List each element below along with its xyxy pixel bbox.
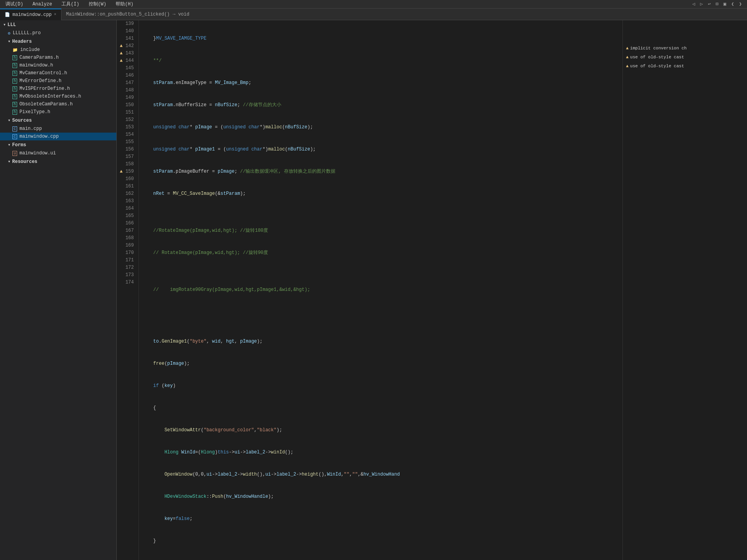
code-content[interactable]: }MV_SAVE_IAMGE_TYPE **/ stParam.enImageT… (139, 20, 622, 560)
source-mainwindow[interactable]: c mainwindow.cpp (0, 133, 116, 140)
editor-split: ▾LLL ⚙LLLLLL.pro ▾Headers 📁include h Cam… (0, 20, 747, 560)
nav-btn-window[interactable]: ▣ (721, 1, 728, 8)
code-line-154: to.GenImage1("byte", wid, hgt, pImage); (142, 338, 619, 345)
warnings-panel: ▲ implicit conversion ch ▲ use of old-st… (622, 20, 747, 560)
warn-icon-143: ▲ (626, 54, 629, 61)
code-line-158: SetWindowAttr("background_color","black"… (142, 427, 619, 434)
menu-item-control[interactable]: 控制(W) (86, 0, 109, 8)
code-line-155: free(pImage); (142, 360, 619, 368)
nav-btn-next[interactable]: ❯ (737, 1, 744, 8)
line-numbers: 139 140 141 ▲ 142 ▲ 143 ▲ 144 145 146 14… (117, 20, 139, 560)
project-pro-file[interactable]: ⚙LLLLLL.pro (0, 29, 116, 37)
header-cameraparams[interactable]: h CameraParams.h (0, 54, 116, 61)
warn-icon-144: ▲ (626, 63, 629, 70)
warning-item-143: ▲ use of old-style cast (624, 53, 745, 62)
code-line-148: //RotateImage(pImage,wid,hgt); //旋转180度 (142, 227, 619, 234)
menu-item-help[interactable]: 帮助(H) (113, 0, 136, 8)
code-line-140: **/ (142, 57, 619, 65)
nav-btn-forward[interactable]: ▷ (698, 1, 705, 8)
code-line-139: }MV_SAVE_IAMGE_TYPE (142, 35, 619, 42)
tab-bar: 📄 mainwindow.cpp × MainWindow::on_pushBu… (0, 9, 747, 20)
code-line-159: Hlong WinId=(Hlong)this->ui->label_2->wi… (142, 449, 619, 456)
code-line-160: OpenWindow(0,0,ui->label_2->width(),ui->… (142, 471, 619, 478)
tab-mainwindow-cpp[interactable]: 📄 mainwindow.cpp × (0, 9, 61, 20)
center-right: 139 140 141 ▲ 142 ▲ 143 ▲ 144 145 146 14… (117, 20, 747, 560)
menu-item-analyze[interactable]: Analyze (30, 1, 54, 8)
header-mverrordefine[interactable]: h MvErrorDefine.h (0, 77, 116, 85)
code-line-156: if (key) (142, 382, 619, 390)
code-line-141: stParam.enImageType = MV_Image_Bmp; (142, 79, 619, 87)
code-line-144: unsigned char* pImage1 = (unsigned char*… (142, 146, 619, 153)
form-mainwindow[interactable]: u mainwindow.ui (0, 149, 116, 157)
app-window: 调试(D) Analyze 工具(I) 控制(W) 帮助(H) ◁ ▷ ↩ ⊡ … (0, 0, 747, 560)
include-folder[interactable]: 📁include (0, 46, 116, 54)
project-root[interactable]: ▾LLL (0, 20, 116, 29)
left-panel: ▾LLL ⚙LLLLLL.pro ▾Headers 📁include h Cam… (0, 20, 117, 560)
menu-item-tools[interactable]: 工具(I) (59, 0, 82, 8)
warn-icon-142: ▲ (626, 45, 629, 52)
header-obsoletecam[interactable]: h ObsoleteCamParams.h (0, 100, 116, 108)
forms-folder[interactable]: ▾Forms (0, 140, 116, 149)
code-line-149: // RotateImage(pImage,wid,hgt); //旋转90度 (142, 249, 619, 257)
warning-item-142: ▲ implicit conversion ch (624, 44, 745, 53)
menubar: 调试(D) Analyze 工具(I) 控制(W) 帮助(H) ◁ ▷ ↩ ⊡ … (0, 0, 747, 9)
code-line-157: { (142, 404, 619, 412)
code-line-163: } (142, 537, 619, 545)
code-line-151: // imgRotate90Gray(pImage,wid,hgt,pImage… (142, 286, 619, 294)
code-line-143: unsigned char* pImage = (unsigned char*)… (142, 124, 619, 131)
code-line-161: HDevWindowStack::Push(hv_WindowHandle); (142, 493, 619, 500)
code-line-145: stParam.pImageBuffer = pImage; //输出数据缓冲区… (142, 168, 619, 175)
code-line-146: nRet = MV_CC_SaveImage(&stParam); (142, 190, 619, 198)
file-explorer: ▾LLL ⚙LLLLLL.pro ▾Headers 📁include h Cam… (0, 20, 116, 560)
header-mvcameracontrol[interactable]: h MvCameraControl.h (0, 69, 116, 77)
warning-item-144: ▲ use of old-style cast (624, 62, 745, 71)
code-line-162: key=false; (142, 515, 619, 523)
warn-text-144: use of old-style cast (630, 63, 684, 70)
header-pixeltype[interactable]: h PixelType.h (0, 108, 116, 116)
code-editor: 139 140 141 ▲ 142 ▲ 143 ▲ 144 145 146 14… (117, 20, 747, 560)
tab-close-btn[interactable]: × (54, 12, 56, 17)
code-line-142: stParam.nBufferSize = nBufSize; //存储节点的大… (142, 102, 619, 109)
tab-file-icon: 📄 (5, 12, 10, 17)
breadcrumb: MainWindow::on_pushButton_5_clicked() → … (61, 12, 747, 17)
warn-text-142: implicit conversion ch (630, 45, 687, 52)
header-mvierrordefine[interactable]: h MvISPErrorDefine.h (0, 85, 116, 93)
headers-folder[interactable]: ▾Headers (0, 37, 116, 46)
nav-btn-split[interactable]: ⊡ (714, 1, 721, 8)
source-main[interactable]: c main.cpp (0, 125, 116, 133)
menu-item-debug[interactable]: 调试(D) (3, 0, 26, 8)
warn-text-143: use of old-style cast (630, 54, 684, 61)
header-mainwindow[interactable]: h mainwindow.h (0, 61, 116, 69)
resources-folder[interactable]: ▾Resources (0, 157, 116, 166)
nav-btn-prev[interactable]: ❮ (729, 1, 736, 8)
header-mvobsolete[interactable]: h MvObsoleteInterfaces.h (0, 93, 116, 100)
nav-btn-back[interactable]: ◁ (690, 1, 697, 8)
sources-folder[interactable]: ▾Sources (0, 116, 116, 125)
tab-label: mainwindow.cpp (12, 12, 52, 18)
nav-btn-undo[interactable]: ↩ (706, 1, 713, 8)
